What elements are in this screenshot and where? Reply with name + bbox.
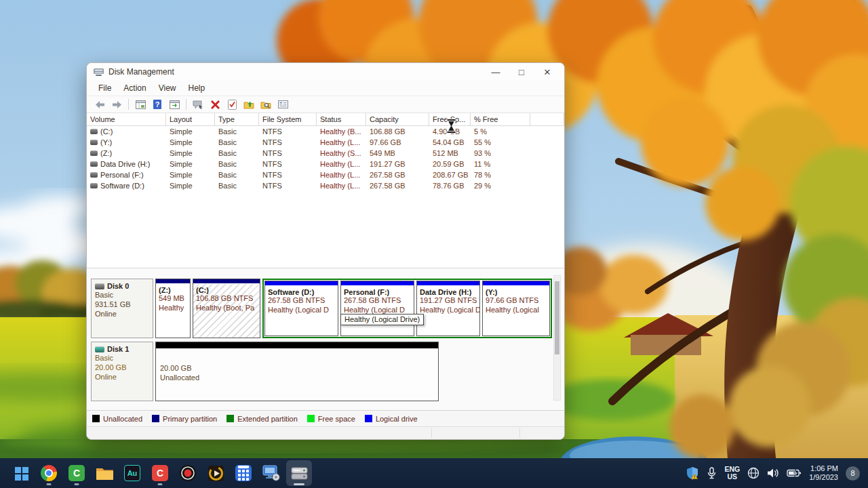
media-app-icon [208,465,224,482]
menu-bar: File Action View Help [87,81,564,96]
volume-icon [90,140,98,145]
legend-swatch [307,415,315,422]
taskbar-disk-management[interactable] [286,460,312,486]
vertical-scrollbar[interactable] [553,275,561,401]
column-capacity[interactable]: Capacity [366,113,429,125]
column-layout[interactable]: Layout [166,113,215,125]
status-bar [87,426,564,439]
file-explorer-icon [96,466,113,481]
legend-unallocated: Unallocated [92,415,142,423]
help-icon[interactable]: ? [150,98,165,111]
language-indicator[interactable]: ENGUS [724,466,740,481]
delete-icon[interactable] [208,98,222,111]
start-button[interactable] [8,460,34,486]
partition-h[interactable]: Data Drive (H:) 191.27 GB NTFS Healthy (… [416,281,480,336]
menu-action[interactable]: Action [117,82,152,94]
taskbar-clock[interactable]: 1:06 PM1/9/2023 [809,464,838,482]
disk-management-taskbar-icon [290,466,309,481]
volume-list: Volume Layout Type File System Status Ca… [87,113,564,268]
volume-row-h[interactable]: Data Drive (H:) Simple Basic NTFS Health… [87,159,564,169]
disk-graphic-pane: Disk 0 Basic 931.51 GB Online (Z:) 549 M… [87,268,564,410]
taskbar-system-utility[interactable] [258,460,284,486]
volume-icon [90,161,98,167]
menu-view[interactable]: View [153,82,182,94]
titlebar[interactable]: Disk Management — □ ✕ [87,63,564,81]
windows-logo-icon [15,467,21,473]
volume-row-z[interactable]: (Z:) Simple Basic NTFS Healthy (S... 549… [87,148,564,159]
disk1-label-panel[interactable]: Disk 1 Basic 20.00 GB Online [91,342,153,401]
volume-icon [90,183,98,188]
taskbar-chrome[interactable] [36,460,62,486]
partition-d[interactable]: Software (D:) 267.58 GB NTFS Healthy (Lo… [264,281,338,336]
partition-c[interactable]: (C:) 106.88 GB NTFS Healthy (Boot, Pa [193,279,260,338]
column-type[interactable]: Type [215,113,259,125]
volume-icon [90,172,98,178]
taskbar-calculator[interactable] [231,460,256,486]
desktop: Disk Management — □ ✕ File Action View H… [0,0,868,488]
chrome-icon [41,465,57,481]
camtasia-recorder-icon: C [152,465,168,481]
taskbar-adobe-audition[interactable]: Au [119,460,145,486]
battery-icon[interactable] [787,468,802,478]
close-button[interactable]: ✕ [534,64,560,80]
minimize-button[interactable]: — [483,64,509,80]
disk1-row: Disk 1 Basic 20.00 GB Online 20.00 GB Un… [91,342,552,401]
extended-partition-group: Software (D:) 267.58 GB NTFS Healthy (Lo… [262,279,552,338]
status-tooltip: Healthy (Logical Drive) [340,314,424,325]
microphone-icon[interactable] [707,467,717,480]
disk0-label-panel[interactable]: Disk 0 Basic 931.51 GB Online [91,279,153,338]
legend-extended: Extended partition [226,415,298,423]
taskbar-screen-record[interactable] [175,460,201,486]
back-icon[interactable] [92,98,107,111]
properties-icon[interactable] [275,98,290,111]
folder-up-icon[interactable] [241,98,256,111]
taskbar-media-app[interactable] [203,460,229,486]
taskbar-file-explorer[interactable] [92,460,117,486]
system-utility-icon [262,465,280,481]
maximize-button[interactable]: □ [509,64,534,80]
security-shield-icon[interactable] [686,466,699,480]
legend-swatch [92,415,100,422]
column-status[interactable]: Status [317,113,366,125]
svg-text:?: ? [155,100,160,108]
disk-management-app-icon [94,68,104,77]
column-filler [530,113,564,125]
column-pct-free[interactable]: % Free [471,113,530,125]
disk-icon [95,283,104,289]
menu-file[interactable]: File [92,82,117,94]
notification-badge[interactable]: 8 [846,466,860,481]
partition-y[interactable]: (Y:) 97.66 GB NTFS Healthy (Logical [482,281,550,336]
adobe-audition-icon: Au [124,465,140,481]
volume-row-y[interactable]: (Y:) Simple Basic NTFS Healthy (L... 97.… [87,137,564,148]
partition-f[interactable]: Personal (F:) 267.58 GB NTFS Healthy (Lo… [340,281,414,336]
column-volume[interactable]: Volume [87,113,166,125]
volume-icon [90,129,98,134]
disk0-row: Disk 0 Basic 931.51 GB Online (Z:) 549 M… [91,279,552,338]
record-icon [179,464,197,482]
legend-primary: Primary partition [152,415,217,423]
action-popup-icon[interactable] [191,98,205,111]
disk-icon [95,346,104,352]
legend-bar: Unallocated Primary partition Extended p… [87,410,564,426]
volume-icon [90,150,98,156]
volume-row-c[interactable]: (C:) Simple Basic NTFS Healthy (B... 106… [87,126,564,137]
calculator-icon [235,465,252,481]
mouse-cursor-busy [446,119,456,134]
taskbar-camtasia-recorder[interactable]: C [147,460,173,486]
menu-help[interactable]: Help [182,82,212,94]
disk-management-window: Disk Management — □ ✕ File Action View H… [86,62,565,440]
column-file-system[interactable]: File System [259,113,317,125]
folder-search-icon[interactable] [258,98,273,111]
scrollbar-thumb[interactable] [555,281,559,354]
taskbar-camtasia[interactable]: C [64,460,90,486]
network-globe-icon[interactable] [747,467,760,479]
volume-row-f[interactable]: Personal (F:) Simple Basic NTFS Healthy … [87,169,564,180]
table-view-icon[interactable] [133,98,148,111]
volume-row-d[interactable]: Software (D:) Simple Basic NTFS Healthy … [87,180,564,191]
volume-speaker-icon[interactable] [767,468,779,479]
partition-z[interactable]: (Z:) 549 MB Healthy [155,279,191,338]
forward-icon[interactable] [109,98,124,111]
detail-view-icon[interactable] [167,98,182,111]
unallocated-region[interactable]: 20.00 GB Unallocated [155,342,439,401]
check-document-icon[interactable] [224,98,239,111]
